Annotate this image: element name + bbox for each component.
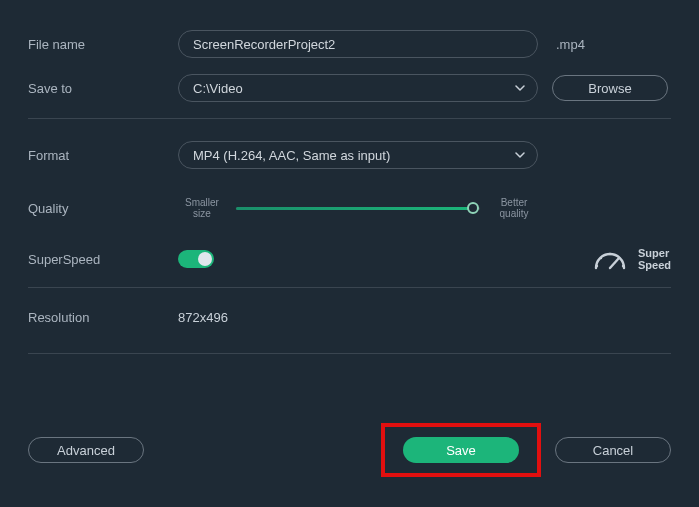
save-highlight: Save xyxy=(381,423,541,477)
toggle-knob xyxy=(198,252,212,266)
svg-line-5 xyxy=(610,258,619,268)
resolution-value: 872x496 xyxy=(178,310,228,325)
resolution-controls: 872x496 xyxy=(178,310,671,325)
browse-button[interactable]: Browse xyxy=(552,75,668,101)
format-row: Format MP4 (H.264, AAC, Same as input) xyxy=(28,141,671,169)
save-to-row: Save to C:\Video Browse xyxy=(28,74,671,102)
quality-slider-thumb[interactable] xyxy=(467,202,479,214)
superspeed-badge-line1: Super xyxy=(638,247,671,259)
quality-slider-wrap: Smaller size Better quality xyxy=(178,197,538,219)
superspeed-badge: Super Speed xyxy=(638,247,671,271)
bottom-bar: Advanced Save Cancel xyxy=(28,423,671,477)
format-value: MP4 (H.264, AAC, Same as input) xyxy=(193,148,390,163)
superspeed-row: SuperSpeed Super Speed xyxy=(28,247,671,271)
bottom-right-group: Save Cancel xyxy=(381,423,671,477)
divider xyxy=(28,287,671,288)
chevron-down-icon xyxy=(515,83,525,93)
cancel-button[interactable]: Cancel xyxy=(555,437,671,463)
format-select[interactable]: MP4 (H.264, AAC, Same as input) xyxy=(178,141,538,169)
quality-row: Quality Smaller size Better quality xyxy=(28,197,671,219)
superspeed-indicator: Super Speed xyxy=(592,247,671,271)
quality-max-label: Better quality xyxy=(490,197,538,219)
file-ext-label: .mp4 xyxy=(556,37,585,52)
save-to-label: Save to xyxy=(28,81,178,96)
file-name-row: File name .mp4 xyxy=(28,30,671,58)
save-to-select[interactable]: C:\Video xyxy=(178,74,538,102)
save-to-value: C:\Video xyxy=(193,81,243,96)
superspeed-controls: Super Speed xyxy=(178,247,671,271)
superspeed-toggle[interactable] xyxy=(178,250,214,268)
advanced-button[interactable]: Advanced xyxy=(28,437,144,463)
svg-point-2 xyxy=(609,253,611,255)
file-name-label: File name xyxy=(28,37,178,52)
quality-controls: Smaller size Better quality xyxy=(178,197,671,219)
quality-slider[interactable] xyxy=(236,207,480,210)
format-controls: MP4 (H.264, AAC, Same as input) xyxy=(178,141,671,169)
format-label: Format xyxy=(28,148,178,163)
svg-point-4 xyxy=(622,265,624,267)
quality-label: Quality xyxy=(28,201,178,216)
divider xyxy=(28,118,671,119)
quality-slider-fill xyxy=(236,207,473,210)
resolution-row: Resolution 872x496 xyxy=(28,310,671,325)
svg-point-0 xyxy=(596,265,598,267)
quality-min-label: Smaller size xyxy=(178,197,226,219)
save-to-controls: C:\Video Browse xyxy=(178,74,671,102)
resolution-label: Resolution xyxy=(28,310,178,325)
save-button[interactable]: Save xyxy=(403,437,519,463)
chevron-down-icon xyxy=(515,150,525,160)
superspeed-badge-line2: Speed xyxy=(638,259,671,271)
file-name-input[interactable] xyxy=(178,30,538,58)
gauge-icon xyxy=(592,248,628,270)
file-name-controls: .mp4 xyxy=(178,30,671,58)
svg-point-1 xyxy=(600,257,602,259)
superspeed-label: SuperSpeed xyxy=(28,252,178,267)
divider xyxy=(28,353,671,354)
